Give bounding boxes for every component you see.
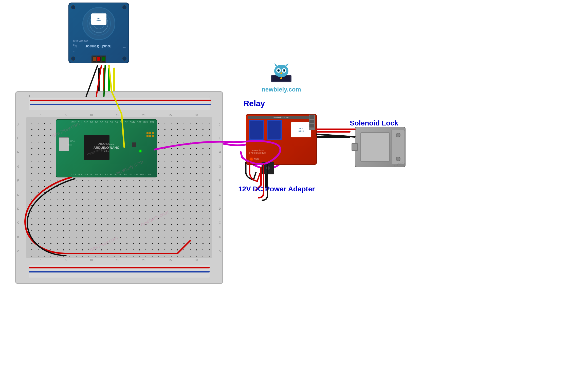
arduino-power-led [139, 150, 141, 152]
relay-module: DIYables High/low level trigger SRD-05VD… [246, 114, 317, 165]
solenoid-bolt [352, 143, 358, 151]
newbiely-brand-text: newbiely.com [248, 86, 314, 93]
svg-point-7 [280, 77, 282, 79]
bb-label-minus-top: - [209, 94, 210, 98]
arduino-reset-button[interactable] [132, 142, 136, 147]
touch-sensor-label: Touch Sensor [85, 44, 112, 49]
arduino-year-label: 2009 [68, 144, 72, 146]
relay-screw-terminals [309, 115, 315, 130]
svg-marker-9 [274, 63, 278, 66]
power-adapter-title-label: 12V DC Power Adapter [238, 185, 315, 193]
arduino-model-label: ARDUINO NANO [94, 146, 120, 150]
svg-point-15 [278, 70, 279, 71]
touch-sensor-logo: DIYables [91, 13, 106, 25]
relay-coil-2 [267, 120, 282, 140]
svg-marker-10 [285, 63, 288, 66]
touch-sensor-connector [91, 56, 106, 63]
arduino-icsp-header [146, 132, 154, 137]
bb-label-plus-top: + [29, 94, 31, 98]
svg-point-16 [284, 70, 285, 71]
arduino-usa-label: USA [70, 140, 75, 142]
touch-sensor-module: DIYables Touch Sensor GND VCC SIG J1 C1 … [68, 3, 129, 63]
relay-diyables-logo: DIYables [291, 122, 311, 137]
arduino-brand-label: ARDUINO.CC [94, 142, 120, 145]
main-container: + - J I H G F E D C B A 1 5 10 15 20 [0, 0, 588, 365]
solenoid-lock: newbiely [355, 127, 406, 167]
relay-coil-1 [249, 120, 264, 140]
solenoid-title-label: Solenoid Lock [350, 119, 398, 127]
relay-power-jack [262, 162, 274, 174]
arduino-nano: D12D11D10D9D8D7D6D5D4D3D2GNDRSTRX0TX1 D1… [56, 119, 157, 177]
relay-title-label: Relay [243, 99, 265, 108]
arduino-version-label: V3.0 [94, 150, 120, 152]
relay-led [250, 158, 253, 160]
newbiely-logo-area: newbiely.com [248, 63, 314, 93]
arduino-usb-connector [59, 137, 69, 151]
owl-icon [270, 63, 293, 84]
relay-model-label: SRD-05VDC-SL-C 1 Relay Module [249, 150, 266, 154]
